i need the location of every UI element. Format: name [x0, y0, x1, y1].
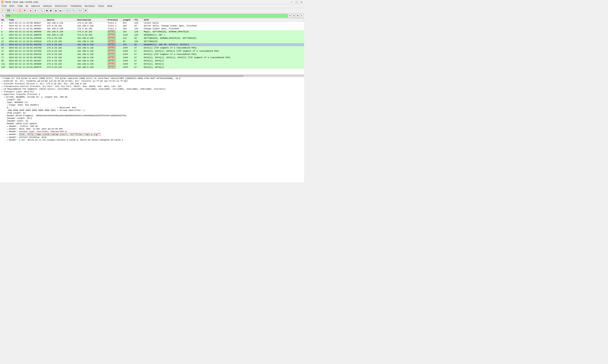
col-destination: Destination [76, 18, 107, 22]
table-row[interactable]: 212024-03-13 11:43:01.038705175.6.29.182… [0, 43, 304, 46]
detail-line[interactable]: .000 0000 0000 0000 0000 0000 0000 0001 … [0, 109, 304, 112]
packet-table-header: No. Time Source Destination Protocol Len… [0, 18, 304, 22]
detail-line[interactable]: Flags: 0x04, End Headers [0, 104, 304, 106]
table-row[interactable]: 1112024-03-13 11:43:01.065909175.6.29.18… [0, 63, 304, 66]
stop-button[interactable]: ■ [28, 9, 33, 13]
detail-line[interactable]: Header: content-type: text/html; charset… [0, 130, 304, 133]
packet-list[interactable]: No. Time Source Destination Protocol Len… [0, 18, 304, 75]
resize-columns-button[interactable]: ⊞ [84, 9, 88, 13]
protocol-badge: HTTP2 [108, 47, 116, 49]
protocol-badge: HTTP2 [108, 53, 116, 56]
filter-dropdown-button[interactable]: ▾ [292, 14, 295, 18]
detail-line[interactable]: Transport Layer Security [0, 90, 304, 93]
menu-item-help[interactable]: Help [106, 5, 114, 8]
filterbar: 🔍 tls ✕ ▾ ➡ + [0, 13, 304, 18]
titlebar-right[interactable]: — ⬜ ✕ [290, 0, 303, 4]
detail-line[interactable]: Stream: HEADERS, Stream ID: 1, Length 22… [0, 96, 304, 98]
menu-item-view[interactable]: View [16, 5, 24, 8]
menu-item-tools[interactable]: Tools [96, 5, 106, 8]
protocol-badge: HTTP2 [108, 40, 116, 43]
protocol-badge: HTTP2 [108, 59, 116, 62]
col-length: Length [122, 18, 133, 22]
detail-line[interactable]: Header table size update [0, 122, 304, 125]
detail-line[interactable]: 0... .... .... .... .... .... .... .... … [0, 106, 304, 109]
table-row[interactable]: 652024-03-13 11:43:01.055420175.6.29.182… [0, 53, 304, 56]
detail-line[interactable]: Ethernet II, Src: TendaTec_a9:34:b0 (c8:… [0, 80, 304, 82]
detail-line[interactable]: [Header Length: 357] [0, 117, 304, 120]
open-button[interactable]: 📂 [1, 9, 6, 13]
go-last-button[interactable]: ⏭ [58, 9, 63, 13]
menubar: FileEditViewGoCaptureAnalyzeStatisticsTe… [0, 4, 304, 8]
detail-line[interactable]: Type: HEADERS (1) [0, 101, 304, 104]
filter-apply-button[interactable]: ➡ [296, 14, 299, 18]
close-capture-button[interactable]: ✕ [11, 9, 15, 13]
table-row[interactable]: 62024-03-13 11:43:01.007637175.6.29.1821… [0, 25, 304, 27]
menu-item-edit[interactable]: Edit [8, 5, 16, 8]
table-row[interactable]: 772024-03-13 11:43:01.057952175.6.29.182… [0, 56, 304, 59]
save-button[interactable]: 💾 [6, 9, 11, 13]
table-row[interactable]: 1262024-03-13 11:43:01.069575175.6.29.18… [0, 66, 304, 69]
go-back-button[interactable]: ◀ [44, 9, 49, 13]
main-area: No. Time Source Destination Protocol Len… [0, 18, 304, 182]
detail-line[interactable]: Transmission Control Protocol, Src Port:… [0, 85, 304, 88]
detail-line[interactable]: Header: :status: 200 OK [0, 125, 304, 128]
menu-item-statistics[interactable]: Statistics [54, 5, 69, 8]
detail-line[interactable]: Length: 225 [0, 98, 304, 101]
zoom-out-button[interactable]: 🔍- [71, 9, 77, 13]
protocol-badge: HTTP2 [108, 37, 116, 39]
menu-item-telephony[interactable]: Telephony [69, 5, 83, 8]
minimize-button[interactable]: — [290, 0, 293, 4]
capture-options-button[interactable]: ⚙ [23, 9, 27, 13]
toolbar-separator-2 [27, 9, 28, 13]
table-row[interactable]: 82024-03-13 11:43:01.008599192.168.0.136… [0, 30, 304, 33]
detail-line[interactable]: Internet Protocol Version 4, Src: 175.6.… [0, 82, 304, 85]
protocol-badge: HTTP2 [108, 30, 116, 33]
filter-clear-button[interactable]: ✕ [288, 14, 292, 18]
titlebar: 📶 *WLAN (host www.runoob.com) — ⬜ ✕ [0, 0, 304, 4]
protocol-badge: HTTP2 [108, 63, 116, 65]
go-first-button[interactable]: ⏮ [54, 9, 58, 13]
menu-item-capture[interactable]: Capture [30, 5, 41, 8]
zoom-in-button[interactable]: 🔍+ [64, 9, 70, 13]
detail-line[interactable]: Header: link: <http://www.runoob.com/wp-… [0, 133, 304, 136]
packet-detail[interactable]: Frame 21: 376 bytes on wire (3008 bits),… [0, 77, 304, 182]
filter-add-button[interactable]: + [300, 14, 303, 18]
protocol-badge: HTTP2 [108, 34, 116, 36]
menu-item-file[interactable]: File [0, 5, 8, 8]
table-row[interactable]: 342024-03-13 11:43:01.042798175.6.29.182… [0, 46, 304, 50]
protocol-badge: HTTP2 [108, 66, 116, 68]
detail-line[interactable]: [Pad Length: 0] [0, 112, 304, 114]
detail-line[interactable]: Header Block Fragment: 20886196e4593e940… [0, 114, 304, 117]
detail-line[interactable]: Header: date: Wed, 13 Mar 2024 03:43:00 … [0, 128, 304, 130]
menu-item-go[interactable]: Go [24, 5, 30, 8]
table-row[interactable]: 92024-03-13 11:43:01.008849192.168.0.136… [0, 33, 304, 37]
table-row[interactable]: 952024-03-13 11:43:01.062207175.6.29.182… [0, 59, 304, 63]
menu-item-wireless[interactable]: Wireless [83, 5, 96, 8]
titlebar-left: 📶 *WLAN (host www.runoob.com) [1, 1, 38, 3]
table-row[interactable]: 72024-03-13 11:43:01.008084192.168.0.136… [0, 27, 304, 30]
detail-line[interactable]: HyperText Transfer Protocol 2 [0, 93, 304, 96]
detail-line[interactable]: Header: x-ser: BC143_dx-lt-yd-jiangsu-ta… [0, 139, 304, 141]
table-row[interactable]: 472024-03-13 11:43:01.047658175.6.29.182… [0, 50, 304, 53]
close-button[interactable]: ✕ [300, 0, 303, 4]
table-row[interactable]: 112024-03-13 11:43:01.035296175.6.29.182… [0, 37, 304, 40]
pause-button[interactable]: ⏸ [33, 9, 38, 13]
restart-button[interactable]: 🔁 [17, 9, 22, 13]
detail-line[interactable]: Header: content-encoding: gzip [0, 136, 304, 139]
go-forward-button[interactable]: ▶ [49, 9, 53, 13]
menu-item-analyze[interactable]: Analyze [42, 5, 54, 8]
detail-line[interactable]: Frame 21: 376 bytes on wire (3008 bits),… [0, 77, 304, 80]
col-no: No. [0, 18, 8, 22]
table-row[interactable]: 42024-03-13 11:43:00.990817192.168.0.136… [0, 22, 304, 25]
find-packet-button[interactable]: 🔍 [39, 9, 44, 13]
col-source: Source [46, 18, 76, 22]
table-row[interactable]: 122024-03-13 11:43:01.035619175.6.29.182… [0, 40, 304, 43]
toolbar: 📂 💾 ✕ 🔁 ⚙ ■ ⏸ 🔍 ◀ ▶ ⏮ ⏭ 🔍+ 🔍- 🔍= ⊞ [0, 8, 304, 13]
maximize-button[interactable]: ⬜ [294, 0, 299, 4]
zoom-reset-button[interactable]: 🔍= [77, 9, 83, 13]
filter-icon: 🔍 [1, 14, 5, 17]
col-time: Time [8, 18, 46, 22]
detail-line[interactable]: [8 Reassembled TCP Segments (10122 bytes… [0, 88, 304, 90]
detail-line[interactable]: [Header Count: 8] [0, 120, 304, 122]
filter-input[interactable]: tls [5, 14, 288, 18]
